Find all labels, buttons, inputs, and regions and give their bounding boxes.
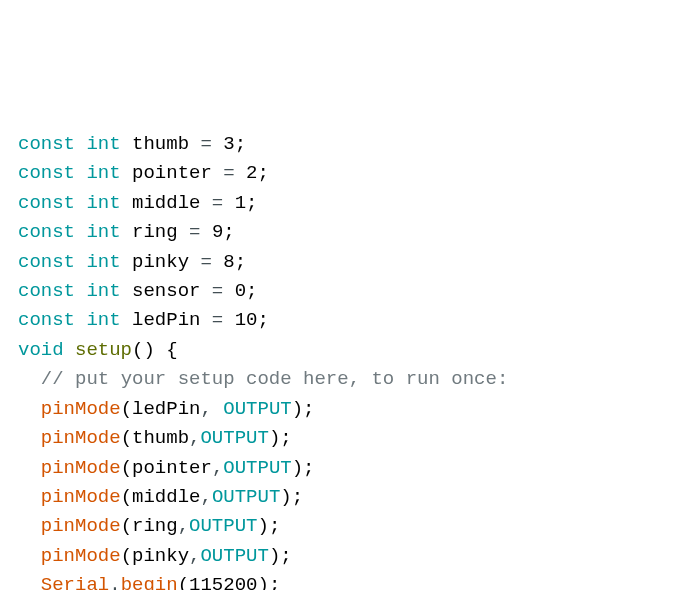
code-token: const bbox=[18, 221, 75, 243]
code-token: thumb bbox=[132, 427, 189, 449]
code-token: pinMode bbox=[41, 486, 121, 508]
code-token: const bbox=[18, 251, 75, 273]
code-token: ; bbox=[292, 486, 303, 508]
code-token: ( bbox=[121, 545, 132, 567]
code-token: ; bbox=[246, 192, 257, 214]
code-token: , bbox=[200, 398, 211, 420]
code-token: 115200 bbox=[189, 574, 257, 590]
code-token: ) bbox=[257, 515, 268, 537]
code-token: = bbox=[200, 251, 211, 273]
code-token: pinMode bbox=[41, 427, 121, 449]
code-token: { bbox=[166, 339, 177, 361]
code-token: pinky bbox=[132, 545, 189, 567]
code-token: const bbox=[18, 309, 75, 331]
code-token: ; bbox=[235, 251, 246, 273]
code-line: Serial.begin(115200); bbox=[18, 571, 666, 590]
code-token: = bbox=[200, 133, 211, 155]
code-token: ; bbox=[280, 427, 291, 449]
code-token: setup bbox=[75, 339, 132, 361]
code-line: // put your setup code here, to run once… bbox=[18, 365, 666, 394]
code-line: void setup() { bbox=[18, 336, 666, 365]
code-token: ; bbox=[257, 162, 268, 184]
code-token: 3 bbox=[223, 133, 234, 155]
code-token: begin bbox=[121, 574, 178, 590]
code-token: ( bbox=[121, 398, 132, 420]
code-token bbox=[223, 192, 234, 214]
code-token bbox=[75, 280, 86, 302]
code-token bbox=[18, 574, 41, 590]
code-token: ) bbox=[292, 398, 303, 420]
code-block: const int thumb = 3;const int pointer = … bbox=[18, 130, 666, 590]
code-token: int bbox=[86, 280, 120, 302]
code-token: ; bbox=[257, 309, 268, 331]
code-token: ) bbox=[280, 486, 291, 508]
code-token: int bbox=[86, 309, 120, 331]
code-token: ) bbox=[269, 427, 280, 449]
code-token: ; bbox=[303, 457, 314, 479]
code-token: sensor bbox=[121, 280, 212, 302]
code-token: ) bbox=[292, 457, 303, 479]
code-token: , bbox=[189, 545, 200, 567]
code-token bbox=[155, 339, 166, 361]
code-token bbox=[75, 251, 86, 273]
code-token: 10 bbox=[235, 309, 258, 331]
code-token: ring bbox=[121, 221, 189, 243]
code-token: const bbox=[18, 133, 75, 155]
code-token bbox=[200, 221, 211, 243]
code-line: pinMode(pinky,OUTPUT); bbox=[18, 542, 666, 571]
code-token: void bbox=[18, 339, 64, 361]
code-token: // put your setup code here, to run once… bbox=[41, 368, 508, 390]
code-token bbox=[18, 545, 41, 567]
code-token: middle bbox=[132, 486, 200, 508]
code-line: const int pointer = 2; bbox=[18, 159, 666, 188]
code-line: const int ledPin = 10; bbox=[18, 306, 666, 335]
code-token: 0 bbox=[235, 280, 246, 302]
code-token: ; bbox=[303, 398, 314, 420]
code-line: pinMode(pointer,OUTPUT); bbox=[18, 454, 666, 483]
code-token: . bbox=[109, 574, 120, 590]
code-line: const int thumb = 3; bbox=[18, 130, 666, 159]
code-token bbox=[18, 486, 41, 508]
code-token: const bbox=[18, 192, 75, 214]
code-token: ( bbox=[121, 427, 132, 449]
code-token bbox=[223, 309, 234, 331]
code-token: () bbox=[132, 339, 155, 361]
code-token: ring bbox=[132, 515, 178, 537]
code-token bbox=[75, 162, 86, 184]
code-token: , bbox=[178, 515, 189, 537]
code-token: ( bbox=[121, 515, 132, 537]
code-token: pinMode bbox=[41, 545, 121, 567]
code-token: ) bbox=[269, 545, 280, 567]
code-line: pinMode(middle,OUTPUT); bbox=[18, 483, 666, 512]
code-token bbox=[18, 427, 41, 449]
code-token bbox=[75, 133, 86, 155]
code-token: = bbox=[212, 309, 223, 331]
code-token: pinky bbox=[121, 251, 201, 273]
code-token: = bbox=[189, 221, 200, 243]
code-token: 9 bbox=[212, 221, 223, 243]
code-token: int bbox=[86, 221, 120, 243]
code-line: pinMode(thumb,OUTPUT); bbox=[18, 424, 666, 453]
code-token: int bbox=[86, 162, 120, 184]
code-token: ; bbox=[269, 515, 280, 537]
code-line: const int ring = 9; bbox=[18, 218, 666, 247]
code-token bbox=[223, 280, 234, 302]
code-token: pinMode bbox=[41, 457, 121, 479]
code-token: ; bbox=[280, 545, 291, 567]
code-token bbox=[75, 221, 86, 243]
code-token: pinMode bbox=[41, 398, 121, 420]
code-token: 1 bbox=[235, 192, 246, 214]
code-token: const bbox=[18, 162, 75, 184]
code-token: , bbox=[189, 427, 200, 449]
code-token: ; bbox=[235, 133, 246, 155]
code-token bbox=[75, 192, 86, 214]
code-token: , bbox=[212, 457, 223, 479]
code-token: pinMode bbox=[41, 515, 121, 537]
code-line: const int pinky = 8; bbox=[18, 248, 666, 277]
code-token: OUTPUT bbox=[223, 457, 291, 479]
code-line: pinMode(ledPin, OUTPUT); bbox=[18, 395, 666, 424]
code-token: const bbox=[18, 280, 75, 302]
code-token: OUTPUT bbox=[200, 545, 268, 567]
code-line: pinMode(ring,OUTPUT); bbox=[18, 512, 666, 541]
code-token: OUTPUT bbox=[212, 486, 280, 508]
